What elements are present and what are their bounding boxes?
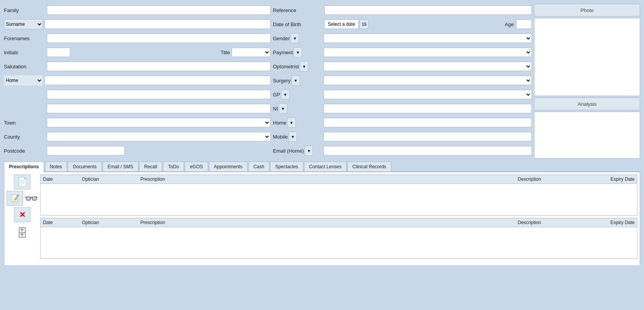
surname-input[interactable] xyxy=(44,20,271,29)
analysis-box xyxy=(534,112,640,159)
analysis-button[interactable]: Analysis xyxy=(534,98,640,110)
optometrist-label: Optometrist xyxy=(273,64,299,69)
optometrist-arrow-btn[interactable]: ▼ xyxy=(300,61,308,71)
postcode-input[interactable] xyxy=(47,146,125,155)
salutation-input[interactable] xyxy=(47,62,271,71)
home-address-input[interactable] xyxy=(44,76,271,85)
gender-row: Gender ▼ Male Female xyxy=(273,32,532,45)
dob-row: Date of Birth Select a date 15 Age xyxy=(273,18,532,30)
presc-table1-header: Date Optician Prescription Description E… xyxy=(41,175,637,184)
add-prescription-button[interactable]: 📄 xyxy=(14,175,30,189)
surgery-label: Surgery xyxy=(273,78,291,84)
photo-box xyxy=(534,18,640,96)
mobile-label-box: Mobile ▼ xyxy=(273,132,324,142)
salutation-label: Salutation xyxy=(4,64,47,69)
tab-recall[interactable]: Recall xyxy=(139,162,162,171)
reference-label: Reference xyxy=(273,7,324,13)
surgery-select[interactable] xyxy=(324,76,532,85)
surgery-label-box: Surgery ▼ xyxy=(273,75,324,86)
presc-table2-body xyxy=(41,227,637,258)
home-phone-input[interactable] xyxy=(324,118,532,127)
edit-prescription-button[interactable]: 📝 xyxy=(7,191,23,206)
tab-appointments[interactable]: Appointments xyxy=(209,162,248,171)
left-column: Family Surname Forenames Initials Tit xyxy=(4,4,273,159)
email-label: Email (Home) xyxy=(273,148,304,154)
town-select[interactable] xyxy=(47,118,271,127)
surgery-arrow-btn[interactable]: ▼ xyxy=(292,75,300,86)
forenames-input[interactable] xyxy=(47,34,271,43)
title-label: Title xyxy=(221,50,230,55)
county-select[interactable] xyxy=(47,132,271,141)
tab-contact-lenses[interactable]: Contact Lenses xyxy=(304,162,347,171)
gender-label-box: Gender ▼ xyxy=(273,33,324,43)
optometrist-row: Optometrist ▼ xyxy=(273,60,532,73)
tab-todo[interactable]: ToDo xyxy=(163,162,184,171)
tab-documents[interactable]: Documents xyxy=(68,162,102,171)
initials-row: Initials Title Mr Mrs Miss Dr xyxy=(4,46,271,59)
gender-label: Gender xyxy=(273,36,290,41)
gender-arrow-btn[interactable]: ▼ xyxy=(290,33,299,43)
tab-content-prescriptions: 📄 📝 👓 ✕ 🗄 Date Optician Prescription Des… xyxy=(4,172,640,266)
tab-spectacles[interactable]: Spectacles xyxy=(270,162,303,171)
dob-select-button[interactable]: Select a date xyxy=(324,20,359,29)
tab-prescriptions[interactable]: Prescriptions xyxy=(4,162,44,172)
gender-select[interactable]: Male Female xyxy=(324,34,532,43)
initials-input[interactable] xyxy=(47,48,70,57)
presc-table1-body xyxy=(41,184,637,215)
ni-label-box: NI ▼ xyxy=(273,103,324,114)
presc-col-expiry-1: Expiry Date xyxy=(588,176,635,182)
family-label: Family xyxy=(4,7,47,13)
mobile-arrow-btn[interactable]: ▼ xyxy=(288,132,297,142)
mobile-input[interactable] xyxy=(324,132,532,141)
ni-arrow-btn[interactable]: ▼ xyxy=(279,103,287,114)
gp-row: GP ▼ xyxy=(273,88,532,101)
photo-button[interactable]: Photo xyxy=(534,4,640,16)
payment-label-box: Payment ▼ xyxy=(273,47,324,57)
family-input[interactable] xyxy=(47,5,271,15)
tab-cash[interactable]: Cash xyxy=(248,162,269,171)
tab-email-sms[interactable]: Email / SMS xyxy=(103,162,138,171)
form-area: Family Surname Forenames Initials Tit xyxy=(4,4,640,159)
payment-select[interactable] xyxy=(324,48,532,57)
ni-input[interactable] xyxy=(324,104,532,113)
address2-input[interactable] xyxy=(47,90,271,99)
dob-calendar-icon[interactable]: 15 xyxy=(359,20,369,29)
tab-notes[interactable]: Notes xyxy=(45,162,67,171)
home-phone-arrow-btn[interactable]: ▼ xyxy=(287,118,296,128)
surname-select[interactable]: Surname xyxy=(4,19,43,29)
forenames-row: Forenames xyxy=(4,32,271,45)
gp-arrow-btn[interactable]: ▼ xyxy=(281,89,290,100)
mobile-row: Mobile ▼ xyxy=(273,130,532,143)
glasses-row: 📝 👓 xyxy=(7,191,38,206)
forenames-label: Forenames xyxy=(4,36,47,41)
home-row: Home Work xyxy=(4,74,271,87)
address3-input[interactable] xyxy=(47,104,271,113)
initials-label: Initials xyxy=(4,50,47,55)
county-label: County xyxy=(4,134,47,140)
home-phone-label: Home xyxy=(273,120,287,126)
email-input[interactable] xyxy=(324,146,532,155)
gp-label-box: GP ▼ xyxy=(273,89,324,100)
presc-col-optician-1: Optician xyxy=(82,176,140,182)
email-row: Email (Home) ▼ xyxy=(273,144,532,157)
delete-prescription-button[interactable]: ✕ xyxy=(14,207,30,222)
gp-label: GP xyxy=(273,92,280,98)
home-phone-row: Home ▼ xyxy=(273,116,532,129)
main-container: Family Surname Forenames Initials Tit xyxy=(0,0,644,270)
age-input[interactable] xyxy=(516,20,532,29)
optometrist-select[interactable] xyxy=(324,62,532,71)
tab-clinical-records[interactable]: Clinical Records xyxy=(347,162,391,171)
tab-egos[interactable]: eGOS xyxy=(185,162,208,171)
prescriptions-area: Date Optician Prescription Description E… xyxy=(40,175,637,263)
home-select[interactable]: Home Work xyxy=(4,75,43,86)
town-label: Town xyxy=(4,120,47,126)
ni-label: NI xyxy=(273,106,278,112)
presc-col-presc-2: Prescription xyxy=(140,220,518,225)
surgery-row: Surgery ▼ xyxy=(273,74,532,87)
payment-arrow-btn[interactable]: ▼ xyxy=(294,47,302,57)
email-arrow-btn[interactable]: ▼ xyxy=(304,146,313,156)
payment-label: Payment xyxy=(273,50,293,55)
gp-select[interactable] xyxy=(324,90,532,99)
reference-input[interactable] xyxy=(324,5,532,15)
title-select[interactable]: Mr Mrs Miss Dr xyxy=(232,48,271,57)
